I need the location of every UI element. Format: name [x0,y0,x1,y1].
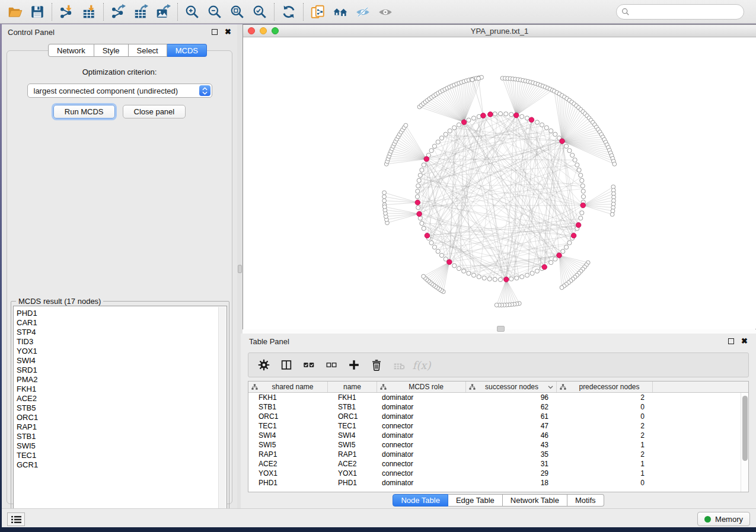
cell-shared-name[interactable]: TEC1 [248,422,328,430]
search-input[interactable] [633,8,739,16]
cell-predecessor-nodes[interactable]: 0 [557,479,653,487]
cell-MCDS-role[interactable]: dominator [377,403,466,411]
export-network-icon[interactable] [107,2,129,22]
open-file-icon[interactable] [4,2,26,22]
cell-name[interactable]: SWI5 [328,441,377,449]
result-node[interactable]: RAP1 [17,422,227,432]
cell-successor-nodes[interactable]: 31 [466,460,557,468]
settings-gear-icon[interactable] [254,355,273,374]
horizontal-splitter-grip[interactable] [497,326,505,332]
table-row[interactable]: FKH1FKH1dominator962 [248,393,748,402]
mcds-result-list[interactable]: PHD1CAR1STP4TID3YOX1SWI4SRD1PMA2FKH1ACE2… [13,306,227,520]
float-panel-icon[interactable] [212,29,218,35]
cell-shared-name[interactable]: FKH1 [248,393,328,402]
cell-shared-name[interactable]: ACE2 [248,460,328,468]
cell-successor-nodes[interactable]: 47 [466,422,557,430]
cell-predecessor-nodes[interactable]: 2 [557,431,653,440]
search-box[interactable] [616,4,744,20]
cell-MCDS-role[interactable]: dominator [377,450,466,459]
cell-successor-nodes[interactable]: 35 [466,450,557,459]
cell-name[interactable]: SWI4 [328,431,377,440]
table-row[interactable]: SWI4SWI4dominator462 [248,431,748,440]
network-titlebar[interactable]: YPA_prune.txt_1 [243,25,756,37]
deselect-all-icon[interactable] [322,355,341,374]
result-node[interactable]: PHD1 [17,309,227,318]
save-session-icon[interactable] [26,2,49,22]
cell-MCDS-role[interactable]: dominator [377,393,466,402]
result-node[interactable]: SWI4 [17,356,227,366]
table-row[interactable]: PHD1PHD1dominator180 [248,478,748,488]
table-scrollbar[interactable] [741,393,748,492]
zoom-fit-icon[interactable] [226,2,248,22]
cell-predecessor-nodes[interactable]: 2 [557,450,653,459]
cell-shared-name[interactable]: YOX1 [248,469,328,477]
cell-name[interactable]: ACE2 [328,460,377,468]
result-node[interactable]: STP4 [17,328,227,337]
cell-shared-name[interactable]: SWI4 [248,431,328,440]
import-table-icon[interactable] [78,2,100,22]
table-row[interactable]: RAP1RAP1dominator352 [248,450,748,459]
close-panel-icon[interactable]: ✖ [225,29,231,35]
tab-motifs[interactable]: Motifs [567,494,604,507]
refresh-icon[interactable] [277,2,300,22]
tab-network[interactable]: Network [48,44,94,57]
cell-shared-name[interactable]: SWI5 [248,441,328,449]
tab-style[interactable]: Style [94,44,129,57]
cell-MCDS-role[interactable]: connector [377,460,466,468]
column-header-shared-name[interactable]: shared name [248,382,328,392]
show-all-icon[interactable] [374,2,397,22]
table-row[interactable]: ORC1ORC1dominator610 [248,412,748,421]
cell-predecessor-nodes[interactable]: 0 [557,403,653,411]
cell-MCDS-role[interactable]: dominator [377,412,466,421]
node-table[interactable]: shared namenameMCDS rolesuccessor nodesp… [248,381,749,492]
result-node[interactable]: TID3 [17,337,227,347]
table-row[interactable]: TEC1TEC1connector472 [248,421,748,431]
export-image-icon[interactable] [152,2,174,22]
delete-row-icon[interactable] [367,355,386,374]
duplicate-network-icon[interactable] [307,2,329,22]
result-node[interactable]: PMA2 [17,375,227,384]
cell-MCDS-role[interactable]: connector [377,422,466,430]
table-scrollbar-thumb[interactable] [742,396,748,461]
cell-successor-nodes[interactable]: 43 [466,441,557,449]
cell-predecessor-nodes[interactable]: 2 [557,422,653,430]
tab-edge-table[interactable]: Edge Table [448,494,503,507]
cell-shared-name[interactable]: RAP1 [248,450,328,459]
cell-name[interactable]: FKH1 [328,393,377,402]
optimization-select[interactable]: largest connected component (undirected) [27,84,212,98]
horizontal-splitter[interactable] [243,329,756,334]
cell-name[interactable]: ORC1 [328,412,377,421]
column-header-successor-nodes[interactable]: successor nodes [466,382,557,392]
task-history-button[interactable] [7,512,25,526]
result-node[interactable]: ACE2 [17,394,227,403]
result-node[interactable]: SWI5 [17,441,227,451]
cell-shared-name[interactable]: STB1 [248,403,328,411]
result-node[interactable]: CAR1 [17,318,227,328]
cell-name[interactable]: YOX1 [328,469,377,477]
cell-name[interactable]: STB1 [328,403,377,411]
cell-predecessor-nodes[interactable]: 1 [557,469,653,477]
cell-shared-name[interactable]: ORC1 [248,412,328,421]
column-header-MCDS-role[interactable]: MCDS role [377,382,466,392]
cell-predecessor-nodes[interactable]: 2 [557,393,653,402]
result-node[interactable]: STB5 [17,403,227,413]
run-mcds-button[interactable]: Run MCDS [53,105,115,118]
cell-predecessor-nodes[interactable]: 0 [557,412,653,421]
export-table-icon[interactable] [129,2,152,22]
table-row[interactable]: STB1STB1dominator620 [248,402,748,412]
result-node[interactable]: SRD1 [17,366,227,375]
table-row[interactable]: SWI5SWI5connector431 [248,440,748,450]
result-node[interactable]: GCR1 [17,460,227,470]
cell-name[interactable]: RAP1 [328,450,377,459]
cell-MCDS-role[interactable]: dominator [377,479,466,487]
network-nodes[interactable] [382,75,617,307]
table-float-icon[interactable] [728,338,734,344]
result-node[interactable]: STB1 [17,432,227,441]
result-node[interactable]: ORC1 [17,413,227,422]
cell-shared-name[interactable]: PHD1 [248,479,328,487]
import-network-icon[interactable] [55,2,78,22]
tab-select[interactable]: Select [129,44,167,57]
result-node[interactable]: FKH1 [17,384,227,394]
cell-name[interactable]: PHD1 [328,479,377,487]
cell-successor-nodes[interactable]: 62 [466,403,557,411]
